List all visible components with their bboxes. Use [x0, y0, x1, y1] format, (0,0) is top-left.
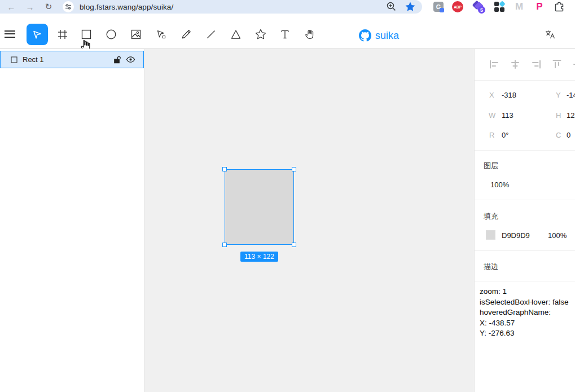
prop-w-label: W [489, 111, 495, 120]
align-right-icon[interactable] [531, 59, 541, 69]
back-icon[interactable]: ← [6, 2, 16, 12]
fill-color-swatch[interactable] [486, 230, 495, 240]
layer-section-title: 图层 [484, 161, 498, 171]
resize-handle-sw[interactable] [222, 243, 227, 247]
prop-x-label: X [489, 91, 494, 99]
extension-purple-icon[interactable]: 5 [472, 1, 485, 13]
align-v-center-icon[interactable] [573, 59, 575, 69]
app-toolbar: suika [0, 14, 575, 49]
extensions-puzzle-icon[interactable] [553, 1, 565, 13]
tool-hand[interactable] [303, 28, 317, 41]
ellipse-icon [106, 29, 117, 40]
hand-icon [304, 29, 315, 40]
tool-text[interactable] [278, 28, 292, 41]
inspector-panel: X -318 Y -14 W 113 H 12 R 0° C 0 图层 100%… [474, 49, 575, 392]
prop-c-value[interactable]: 0 [567, 131, 570, 139]
bookmark-star-icon[interactable] [405, 1, 416, 12]
text-icon [279, 29, 291, 40]
prop-r-label: R [489, 131, 494, 139]
prop-w-value[interactable]: 113 [502, 111, 513, 120]
extension-translate-icon[interactable]: G [432, 1, 445, 13]
debug-hover: isSelectedBoxHover: false [480, 297, 569, 308]
layers-panel: Rect 1 [0, 49, 144, 392]
debug-x: X: -438.57 [480, 318, 569, 329]
tool-star[interactable] [254, 28, 267, 41]
star-icon [254, 28, 267, 41]
github-icon [359, 29, 371, 42]
resize-handle-ne[interactable] [292, 167, 296, 171]
fill-hex-value[interactable]: D9D9D9 [502, 231, 530, 240]
debug-readout: zoom: 1 isSelectedBoxHover: false hovere… [480, 287, 569, 339]
tool-image[interactable] [129, 28, 143, 41]
tool-pencil[interactable] [179, 28, 193, 41]
rect-thumb-icon [11, 56, 17, 63]
unlock-icon[interactable] [113, 56, 121, 64]
reload-icon[interactable]: ↻ [43, 2, 54, 12]
pencil-icon [181, 29, 192, 40]
forward-icon[interactable]: → [25, 2, 35, 12]
tool-ellipse[interactable] [104, 28, 118, 41]
size-badge: 113 × 122 [227, 251, 292, 262]
extension-badge-count: 5 [478, 6, 485, 14]
extension-m-icon[interactable]: M [513, 1, 525, 13]
layer-row-rect1[interactable]: Rect 1 [0, 51, 144, 68]
prop-c-label: C [556, 131, 561, 139]
align-left-icon[interactable] [489, 59, 499, 69]
tool-triangle[interactable] [229, 28, 243, 41]
address-bar[interactable]: ← → ↻ blog.fstars.wang/app/suika/ [0, 0, 422, 14]
prop-r-value[interactable]: 0° [502, 131, 508, 139]
language-icon[interactable] [543, 28, 557, 41]
frame-icon [57, 29, 68, 40]
hamburger-icon[interactable] [5, 30, 15, 38]
tool-rectangle[interactable] [80, 28, 93, 41]
align-h-center-icon[interactable] [510, 59, 520, 69]
github-suika-link[interactable]: suika [359, 27, 399, 44]
triangle-icon [230, 29, 242, 40]
debug-zoom: zoom: 1 [480, 287, 569, 297]
tool-line[interactable] [204, 28, 218, 41]
prop-y-label: Y [556, 91, 561, 99]
extension-adblock-icon[interactable]: ABP [451, 1, 464, 13]
resize-handle-nw[interactable] [222, 167, 227, 171]
node-select-icon [156, 29, 167, 40]
align-top-icon[interactable] [552, 59, 562, 69]
stroke-section-title: 描边 [484, 262, 498, 272]
eye-icon[interactable] [126, 56, 135, 63]
site-info-tune-icon[interactable] [63, 1, 74, 12]
rectangle-icon [81, 29, 92, 40]
selected-rectangle[interactable] [225, 169, 294, 245]
layer-name: Rect 1 [23, 55, 44, 64]
tool-frame[interactable] [56, 28, 69, 41]
tool-select[interactable] [27, 24, 48, 45]
url-text[interactable]: blog.fstars.wang/app/suika/ [80, 3, 173, 11]
canvas[interactable]: 113 × 122 [144, 49, 474, 392]
zoom-icon[interactable] [386, 1, 397, 12]
browser-toolbar: ← → ↻ blog.fstars.wang/app/suika/ G ABP … [0, 0, 575, 14]
fill-section-title: 填充 [484, 212, 498, 222]
debug-graph: hoveredGraphName: [480, 307, 569, 318]
fill-opacity-value[interactable]: 100% [548, 231, 567, 240]
prop-h-label: H [556, 111, 561, 120]
layer-opacity-value[interactable]: 100% [490, 180, 509, 189]
line-icon [205, 29, 217, 40]
prop-x-value[interactable]: -318 [502, 91, 516, 99]
image-icon [130, 29, 142, 40]
prop-y-value[interactable]: -14 [567, 91, 575, 99]
extension-grid-icon[interactable] [493, 1, 506, 13]
cursor-arrow-icon [32, 29, 43, 40]
tool-direct-select[interactable] [155, 28, 168, 41]
resize-handle-se[interactable] [292, 243, 296, 247]
logo-text: suika [375, 30, 399, 42]
extension-p-icon[interactable]: P [533, 1, 546, 13]
prop-h-value[interactable]: 12 [567, 111, 574, 120]
debug-y: Y: -276.63 [480, 328, 569, 339]
